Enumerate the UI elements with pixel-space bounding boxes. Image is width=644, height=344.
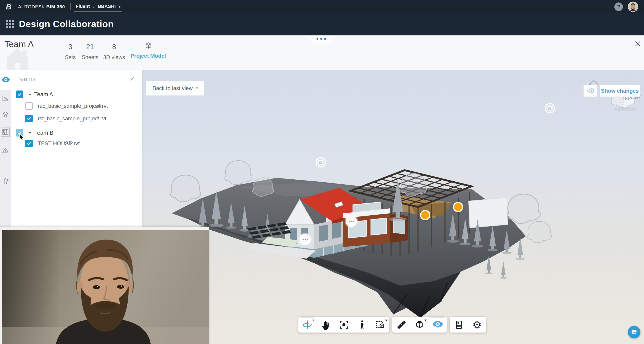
timeline-steps-icon (2, 95, 9, 102)
viewer-toolbar: ⚙ (298, 317, 486, 333)
sidebar-item-issues[interactable] (0, 143, 11, 157)
active-tool-indicator (300, 317, 314, 318)
orbit-tool-button[interactable] (298, 317, 316, 333)
team-a-label[interactable]: Team A (34, 91, 53, 98)
cube-icon (144, 41, 153, 50)
mouse-cursor (19, 134, 26, 142)
breadcrumb-project[interactable]: Fluent (76, 3, 90, 9)
sheet-layout-icon (2, 128, 9, 136)
back-button-label: Back to last view (152, 85, 193, 91)
app-bar: Design Collaboration (0, 13, 644, 35)
breadcrumb[interactable]: Fluent › BBASHI ▾ (76, 3, 120, 10)
bim360-design-collaboration: { "colors": { "header_bg": "#1b2735", "a… (0, 0, 644, 344)
stat-sets: 3 Sets (60, 43, 80, 60)
chevron-down-icon: ▼ (195, 86, 199, 90)
model-file-row: TEST-HOUSE.rvt v2 (25, 138, 80, 149)
zoom-window-icon (375, 319, 386, 330)
webcam-overlay[interactable] (0, 227, 209, 344)
stat-sets-value: 3 (60, 43, 80, 51)
team-b-label[interactable]: Team B (34, 130, 54, 136)
breadcrumb-separator-icon: › (91, 3, 96, 9)
chevron-down-icon[interactable]: ▾ (117, 5, 120, 8)
pan-tool-button[interactable] (316, 317, 335, 333)
zoom-window-button[interactable] (371, 317, 389, 333)
expand-caret-icon[interactable]: ▼ (28, 92, 32, 96)
measure-tool-button[interactable] (392, 317, 410, 333)
photo-marker-1[interactable] (316, 157, 326, 168)
comment-marker-2[interactable] (300, 234, 311, 245)
model-visibility-button[interactable] (428, 317, 447, 333)
team-a-checkbox[interactable] (16, 90, 23, 98)
divider (70, 3, 71, 10)
show-changes-button[interactable]: Show changes (600, 85, 640, 97)
analysis-tools-group (392, 317, 447, 333)
top-bar: B AUTODESK BIM 360 Fluent › BBASHI ▾ ? (0, 0, 644, 13)
stat-3d-views-label: 3D views (100, 54, 128, 60)
sidebar-item-sheets[interactable] (0, 125, 11, 139)
close-view-button[interactable] (634, 40, 642, 48)
sidebar-item-changes[interactable] (0, 174, 11, 188)
walk-person-icon (357, 319, 367, 330)
divider (11, 87, 142, 87)
fit-to-view-button[interactable] (335, 317, 353, 333)
sidebar-item-timeline[interactable] (0, 91, 11, 105)
layers-icon (2, 111, 9, 118)
changes-package-button[interactable] (583, 85, 597, 97)
sidebar-item-visibility[interactable] (0, 70, 11, 90)
properties-panel-icon (454, 319, 464, 330)
expand-caret-icon[interactable]: ▼ (28, 131, 32, 135)
white-wall (468, 198, 508, 228)
avatar[interactable] (628, 1, 638, 12)
close-icon (130, 76, 135, 82)
orbit-icon (302, 319, 313, 330)
rst-file-checkbox[interactable] (25, 115, 33, 122)
section-analysis-button[interactable] (410, 317, 428, 333)
stat-3d-views-value: 8 (100, 43, 128, 51)
file-version: v2 (67, 140, 73, 147)
model-file-row: rst_basic_sample_project.rvt v3 (25, 113, 106, 124)
sidebar-item-layers[interactable] (0, 108, 11, 121)
back-to-last-view-button[interactable]: Back to last view ▼ (146, 81, 204, 96)
issue-marker-1[interactable] (420, 210, 430, 220)
graduation-cap-icon (630, 329, 638, 336)
issue-marker-2[interactable] (453, 202, 463, 212)
branch-arrows-icon (2, 177, 10, 185)
brand-autodesk: AUTODESK (18, 4, 45, 9)
stat-sets-label: Sets (60, 54, 80, 60)
breadcrumb-current[interactable]: BBASHI (98, 3, 116, 9)
model-viewer[interactable]: Back to last view ▼ TOP FRONT (142, 70, 644, 344)
panel-tools-group: ⚙ (450, 317, 486, 333)
comment-marker-1[interactable] (346, 216, 357, 227)
first-person-button[interactable] (353, 317, 371, 333)
teams-panel-close-button[interactable] (130, 76, 135, 82)
page-title: Design Collaboration (19, 19, 114, 29)
autodesk-logo-icon: B (6, 2, 11, 11)
app-grid-icon[interactable] (6, 20, 14, 28)
visibility-eye-icon (432, 319, 444, 330)
project-model-button[interactable]: Project Model (130, 41, 167, 59)
navigation-tools-group (298, 317, 389, 333)
photo-marker-2[interactable] (545, 103, 555, 113)
stat-sheets-value: 21 (80, 43, 100, 51)
file-name[interactable]: TEST-HOUSE.rvt (38, 140, 80, 147)
rac-file-checkbox[interactable] (25, 102, 33, 110)
project-model-label: Project Model (130, 53, 167, 59)
stat-sheets-label: Sheets (80, 54, 100, 60)
brand-text: AUTODESK BIM 360 (18, 4, 65, 9)
file-version: v4 (96, 103, 101, 109)
properties-button[interactable] (450, 317, 468, 333)
webcam-video (2, 230, 209, 344)
team-title: Team A (4, 39, 34, 49)
close-icon (634, 40, 642, 48)
stat-sheets: 21 Sheets (80, 43, 100, 60)
team-group-row: ▼ Team A (16, 89, 53, 100)
section-box-icon (414, 319, 425, 330)
package-icon (586, 87, 595, 95)
settings-button[interactable]: ⚙ (468, 317, 486, 333)
help-button[interactable]: ? (614, 2, 623, 11)
test-house-checkbox[interactable] (25, 140, 33, 147)
warning-icon (2, 147, 9, 154)
teams-panel-title: Teams (17, 75, 36, 83)
viewer-canvas[interactable] (142, 70, 644, 344)
learning-button[interactable] (628, 326, 640, 339)
